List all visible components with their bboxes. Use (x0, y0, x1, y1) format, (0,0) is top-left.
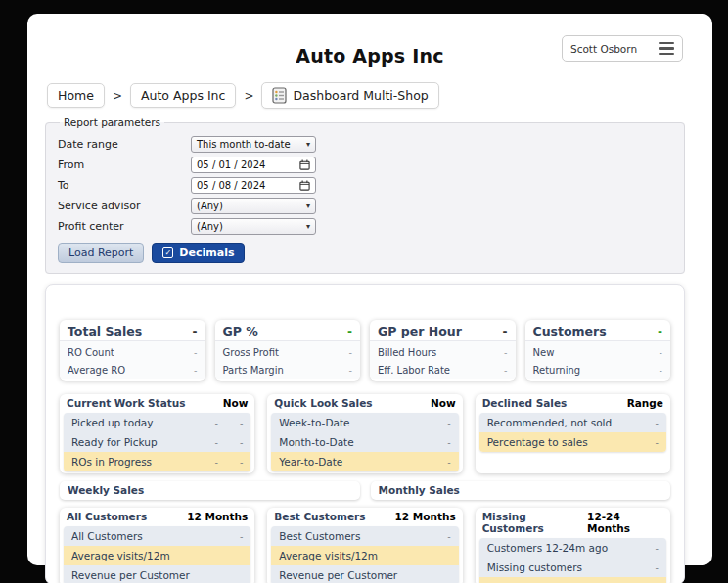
breadcrumb-company[interactable]: Auto Apps Inc (130, 83, 236, 108)
breadcrumb-separator: > (113, 89, 122, 103)
card-gp-percent: GP % - Gross Profit - Parts Margin - (215, 320, 361, 381)
from-label: From (58, 158, 191, 171)
service-advisor-label: Service advisor (58, 200, 191, 212)
date-range-label: Date range (58, 138, 191, 151)
load-report-button[interactable]: Load Report (58, 243, 144, 263)
card-title: Customers (533, 324, 607, 338)
card-value: - (347, 325, 352, 338)
card-value: - (503, 325, 508, 338)
monthly-sales-header: Monthly Sales (371, 481, 671, 500)
breadcrumb-dashboard-label: Dashboard Multi-Shop (293, 88, 428, 103)
profit-center-select[interactable]: (Any) ▾ (191, 218, 316, 235)
to-date-field[interactable]: 05 / 08 / 2024 (191, 177, 316, 194)
card-title: Total Sales (68, 324, 142, 338)
service-advisor-select[interactable]: (Any) ▾ (191, 198, 316, 214)
panel-best-customers: Best Customers 12 Months Best Customers … (267, 508, 462, 583)
from-date-value: 05 / 01 / 2024 (197, 159, 265, 170)
to-label: To (58, 179, 191, 192)
report-parameters-legend: Report parameters (60, 116, 164, 128)
bottom-panels-row: All Customers 12 Months All Customers - … (60, 508, 670, 583)
date-range-value: This month to-date (197, 139, 291, 150)
hamburger-menu-icon[interactable] (659, 42, 674, 56)
date-range-select[interactable]: This month to-date ▾ (191, 136, 316, 153)
breadcrumb: Home > Auto Apps Inc > Dashboard Multi-S… (47, 82, 712, 109)
calendar-icon[interactable] (299, 159, 310, 170)
user-menu[interactable]: Scott Osborn (562, 35, 683, 62)
service-advisor-value: (Any) (197, 201, 223, 211)
panel-title: All Customers (67, 511, 147, 522)
metric-row-average-visits-12m[interactable]: Average visits/12m (271, 546, 458, 565)
from-date-field[interactable]: 05 / 01 / 2024 (191, 157, 316, 173)
sales-section-headers: Weekly Sales Monthly Sales (60, 481, 670, 500)
metric-row-average-visits-12m[interactable]: Average visits/12m (64, 546, 250, 565)
panel-title: Missing Customers (482, 511, 587, 534)
metric-row-percentage-to-sales[interactable]: Percentage to sales - (479, 432, 666, 452)
metric-row-best-customers[interactable]: Best Customers - (271, 526, 458, 546)
to-date-value: 05 / 08 / 2024 (197, 180, 265, 191)
middle-panels-row: Current Work Status Now Picked up today … (60, 394, 670, 473)
panel-title: Current Work Status (67, 397, 185, 409)
metric-row-customers-12-24m-ago[interactable]: Customers 12-24m ago - (479, 538, 666, 558)
panel-range-label: Range (627, 397, 663, 409)
panel-missing-customers: Missing Customers 12-24 Months Customers… (476, 508, 670, 583)
metric-row-parts-margin[interactable]: Parts Margin - (215, 361, 361, 379)
stat-cards-row: Total Sales - RO Count - Average RO - (60, 320, 670, 381)
card-customers: Customers - New - Returning - (525, 320, 671, 381)
metric-row-year-to-date[interactable]: Year-to-Date - (271, 452, 458, 471)
card-value: - (658, 325, 662, 338)
breadcrumb-separator: > (244, 89, 253, 103)
breadcrumb-home[interactable]: Home (47, 83, 105, 108)
decimals-toggle-button[interactable]: ✓ Decimals (152, 243, 245, 263)
metric-row-ro-count[interactable]: RO Count - (60, 343, 205, 361)
profit-center-label: Profit center (58, 220, 191, 233)
metric-row-picked-up-today[interactable]: Picked up today - - (64, 413, 250, 432)
report-parameters-section: Report parameters Date range This month … (45, 116, 685, 274)
breadcrumb-company-label: Auto Apps Inc (141, 88, 225, 103)
metric-row-billed-hours[interactable]: Billed Hours - (370, 343, 516, 361)
metric-row-average-ro[interactable]: Average RO - (60, 361, 205, 379)
metric-row-all-customers[interactable]: All Customers - (64, 526, 250, 546)
weekly-sales-header: Weekly Sales (60, 481, 360, 500)
panel-range-label: 12 Months (187, 511, 248, 522)
card-title: GP % (223, 324, 258, 338)
user-name: Scott Osborn (570, 43, 637, 55)
panel-title: Declined Sales (482, 397, 568, 409)
breadcrumb-dashboard[interactable]: Dashboard Multi-Shop (261, 82, 438, 109)
panel-title: Quick Look Sales (274, 397, 372, 409)
panel-current-work-status: Current Work Status Now Picked up today … (60, 394, 254, 473)
calendar-icon[interactable] (299, 180, 310, 191)
metric-row-attrition-rate[interactable]: Attrition rate - (479, 577, 666, 583)
chevron-down-icon: ▾ (306, 202, 310, 210)
card-title: GP per Hour (378, 324, 462, 338)
metric-row-gross-profit[interactable]: Gross Profit - (215, 343, 361, 361)
decimals-label: Decimals (179, 247, 234, 259)
metric-row-missing-customers[interactable]: Missing customers - (479, 558, 666, 577)
panel-range-label: Now (431, 397, 456, 409)
dashboard-report-icon (272, 87, 287, 104)
metric-row-returning-customers[interactable]: Returning - (525, 361, 671, 379)
chevron-down-icon: ▾ (306, 140, 310, 149)
checkbox-checked-icon: ✓ (162, 247, 173, 258)
card-value: - (193, 325, 198, 338)
metric-row-revenue-per-customer[interactable]: Revenue per Customer (271, 565, 458, 583)
metric-row-new-customers[interactable]: New - (525, 343, 671, 361)
card-total-sales: Total Sales - RO Count - Average RO - (60, 320, 205, 381)
metric-row-ros-in-progress[interactable]: ROs in Progress - - (64, 452, 250, 471)
panel-range-label: 12 Months (395, 511, 456, 522)
metric-row-revenue-per-customer[interactable]: Revenue per Customer (64, 565, 250, 583)
card-gp-per-hour: GP per Hour - Billed Hours - Eff. Labor … (370, 320, 516, 381)
metric-row-ready-for-pickup[interactable]: Ready for Pickup - - (64, 432, 250, 452)
breadcrumb-home-label: Home (58, 88, 94, 103)
panel-all-customers: All Customers 12 Months All Customers - … (60, 508, 254, 583)
chevron-down-icon: ▾ (306, 222, 310, 231)
app-window: Auto Apps Inc Scott Osborn Home > Auto A… (27, 14, 712, 565)
panel-range-label: Now (223, 397, 249, 409)
metric-row-eff-labor-rate[interactable]: Eff. Labor Rate - (370, 361, 516, 379)
panel-quick-look-sales: Quick Look Sales Now Week-to-Date - Mont… (267, 394, 462, 473)
metric-row-recommended-not-sold[interactable]: Recommended, not sold - (479, 413, 666, 432)
panel-range-label: 12-24 Months (587, 511, 663, 534)
profit-center-value: (Any) (197, 221, 223, 232)
metric-row-week-to-date[interactable]: Week-to-Date - (271, 413, 458, 432)
panel-declined-sales: Declined Sales Range Recommended, not so… (476, 394, 670, 473)
metric-row-month-to-date[interactable]: Month-to-Date - (271, 432, 458, 452)
